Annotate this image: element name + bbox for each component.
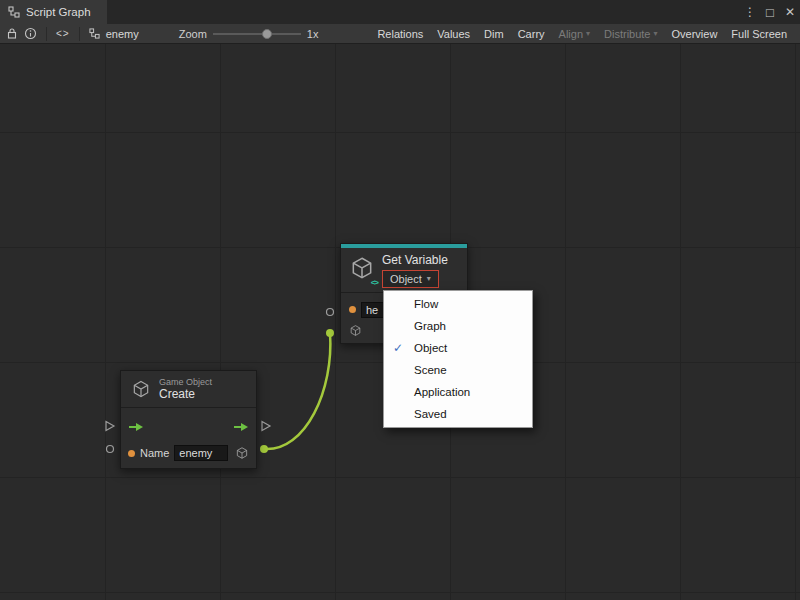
menu-item-object[interactable]: ✓ Object: [384, 337, 532, 359]
variable-icon: <>: [349, 255, 375, 285]
script-graph-icon: [8, 6, 20, 18]
flow-output-port[interactable]: [260, 420, 272, 432]
tab-title: Script Graph: [26, 6, 91, 18]
titlebar-spacer: [107, 0, 740, 24]
name-label: Name: [140, 447, 169, 459]
chevron-down-icon: ▾: [586, 29, 590, 38]
flow-out-arrow-icon[interactable]: [233, 422, 249, 432]
menu-item-label: Object: [414, 342, 447, 354]
menu-item-flow[interactable]: Flow: [384, 293, 532, 315]
script-graph-window: Script Graph ⋮ □ ✕ <>: [0, 0, 800, 600]
menu-item-label: Application: [414, 386, 470, 398]
zoom-value: 1x: [307, 28, 319, 40]
window-maximize-button[interactable]: □: [760, 0, 780, 24]
titlebar: Script Graph ⋮ □ ✕: [0, 0, 800, 24]
flow-row: [121, 414, 256, 440]
menu-item-application[interactable]: Application: [384, 381, 532, 403]
menu-item-label: Flow: [414, 298, 438, 310]
distribute-button: Distribute ▾: [597, 24, 664, 43]
name-input[interactable]: enemy: [174, 445, 228, 461]
toolbar: <> enemy Zoom 1x Relations Values Dim Ca…: [0, 24, 800, 44]
lock-icon[interactable]: [6, 27, 18, 40]
zoom-label: Zoom: [179, 28, 207, 40]
menu-item-scene[interactable]: Scene: [384, 359, 532, 381]
window-close-button[interactable]: ✕: [780, 0, 800, 24]
toolbar-separator: [79, 27, 80, 41]
create-node[interactable]: Game Object Create Name: [120, 370, 257, 469]
window-menu-button[interactable]: ⋮: [740, 0, 760, 24]
flow-in-arrow-icon[interactable]: [128, 422, 144, 432]
relations-button[interactable]: Relations: [370, 24, 430, 43]
node-title: Create: [159, 388, 212, 401]
string-port-dot: [349, 306, 356, 313]
get-variable-header: <> Get Variable Object ▾: [341, 248, 467, 292]
graph-canvas[interactable]: Game Object Create Name: [0, 44, 800, 600]
menu-item-label: Saved: [414, 408, 447, 420]
node-title: Get Variable: [382, 253, 448, 267]
variable-kind-menu: Flow Graph ✓ Object Scene Application Sa…: [383, 290, 533, 428]
values-button[interactable]: Values: [430, 24, 477, 43]
get-variable-titles: Get Variable Object ▾: [382, 253, 448, 288]
code-view-icon[interactable]: <>: [56, 28, 70, 39]
align-button: Align ▾: [552, 24, 597, 43]
menu-item-graph[interactable]: Graph: [384, 315, 532, 337]
create-name-input-port[interactable]: [104, 443, 116, 455]
check-icon: ✓: [393, 341, 403, 355]
full-screen-button[interactable]: Full Screen: [724, 24, 794, 43]
zoom-slider[interactable]: [213, 27, 301, 41]
game-object-icon: [131, 379, 151, 399]
variable-name-input-port[interactable]: [324, 306, 336, 318]
variable-kind-value: Object: [390, 273, 422, 285]
tab-script-graph[interactable]: Script Graph: [0, 0, 107, 24]
game-object-output-icon[interactable]: [235, 446, 249, 460]
string-port-dot: [128, 450, 135, 457]
create-node-body: Name enemy: [121, 408, 256, 466]
graph-asset-icon: [89, 28, 100, 39]
menu-item-label: Graph: [414, 320, 446, 332]
dim-button[interactable]: Dim: [477, 24, 511, 43]
variable-kind-dropdown[interactable]: Object ▾: [382, 270, 439, 288]
menu-item-saved[interactable]: Saved: [384, 403, 532, 425]
zoom-slider-track: [213, 33, 301, 35]
carry-button[interactable]: Carry: [511, 24, 552, 43]
create-node-header: Game Object Create: [121, 371, 256, 408]
info-icon[interactable]: [24, 27, 37, 40]
chevron-down-icon: ▾: [427, 274, 431, 283]
overview-button[interactable]: Overview: [665, 24, 725, 43]
graph-name[interactable]: enemy: [106, 28, 139, 40]
code-badge-icon: <>: [371, 278, 378, 287]
distribute-label: Distribute: [604, 28, 650, 40]
name-row: Name enemy: [121, 440, 256, 466]
chevron-down-icon: ▾: [654, 29, 658, 38]
game-object-input-icon[interactable]: [349, 324, 362, 337]
toolbar-buttons: Relations Values Dim Carry Align ▾ Distr…: [370, 24, 794, 43]
create-node-titles: Game Object Create: [159, 377, 212, 401]
align-label: Align: [559, 28, 583, 40]
zoom-slider-handle[interactable]: [262, 29, 272, 39]
flow-input-port[interactable]: [104, 420, 116, 432]
toolbar-separator: [46, 27, 47, 41]
menu-item-label: Scene: [414, 364, 447, 376]
